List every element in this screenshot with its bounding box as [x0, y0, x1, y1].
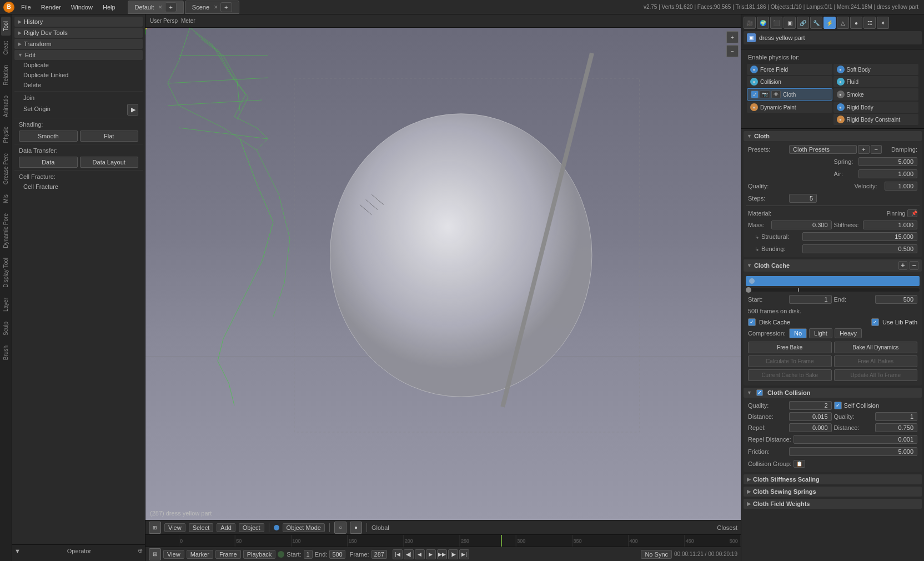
- menu-help[interactable]: Help: [98, 3, 120, 12]
- prop-tab-constraint[interactable]: 🔗: [797, 17, 809, 29]
- sidebar-transform-header[interactable]: ▶ Transform: [14, 39, 143, 49]
- prop-tab-object[interactable]: ▣: [784, 17, 796, 29]
- btn-flat[interactable]: Flat: [80, 131, 139, 142]
- pinning-btn[interactable]: 📌: [907, 209, 917, 217]
- physics-rigid-body-constraint[interactable]: ● Rigid Body Constraint: [833, 114, 919, 125]
- cloth-section-header[interactable]: ▼ Cloth: [744, 131, 922, 141]
- btn-data-layout[interactable]: Data Layout: [80, 157, 139, 168]
- prop-tab-scene[interactable]: 🌍: [757, 17, 769, 29]
- calculate-to-frame-btn[interactable]: Calculate To Frame: [748, 355, 832, 367]
- close-default-tab[interactable]: ✕: [158, 4, 163, 10]
- sidebar-history-header[interactable]: ▶ History: [14, 17, 143, 27]
- workspace-scene[interactable]: Scene ✕ +: [185, 1, 239, 14]
- bake-all-dynamics-btn[interactable]: Bake All Dynamics: [834, 342, 918, 353]
- pb-playback[interactable]: Playback: [243, 550, 276, 559]
- add-tab-btn[interactable]: +: [165, 2, 176, 12]
- pb-view[interactable]: View: [163, 550, 184, 559]
- bending-value[interactable]: 0.500: [802, 244, 917, 253]
- presets-value[interactable]: Cloth Presets: [789, 145, 857, 154]
- vert-tab-creat[interactable]: Creat: [1, 37, 11, 59]
- vert-tab-layer[interactable]: Layer: [1, 293, 11, 316]
- pb-next-frame[interactable]: ▶▶: [437, 549, 447, 559]
- compress-no[interactable]: No: [789, 328, 807, 338]
- prop-tab-particles[interactable]: ✦: [877, 17, 889, 29]
- vert-tab-grease[interactable]: Grease Perc: [1, 149, 11, 189]
- cloth-render-icon[interactable]: 📷: [760, 91, 770, 98]
- collision-group-btn[interactable]: 📋: [794, 460, 805, 468]
- prop-tab-physics[interactable]: ⚡: [823, 17, 836, 29]
- physics-rigid-body[interactable]: ● Rigid Body: [833, 102, 919, 113]
- physics-smoke[interactable]: ● Smoke: [833, 88, 919, 101]
- lib-path-check[interactable]: ✓: [871, 318, 879, 326]
- disk-cache-check[interactable]: ✓: [748, 318, 756, 326]
- add-scene-tab-btn[interactable]: +: [220, 2, 232, 12]
- mass-value[interactable]: 0.300: [771, 221, 832, 229]
- vert-tab-dynamic[interactable]: Dynamic Pore: [1, 209, 11, 253]
- cache-bar[interactable]: [746, 276, 920, 286]
- cloth-sewing-header[interactable]: ▶ Cloth Sewing Springs: [744, 487, 922, 497]
- sidebar-item-join[interactable]: Join: [14, 93, 143, 103]
- spring-value[interactable]: 5.000: [858, 157, 918, 166]
- pb-marker[interactable]: Marker: [187, 550, 213, 559]
- friction-value[interactable]: 5.000: [789, 447, 917, 456]
- set-origin-arrow[interactable]: ▶: [127, 104, 138, 116]
- mode-dot[interactable]: [274, 525, 279, 530]
- prop-tab-material[interactable]: ●: [850, 17, 862, 29]
- vp-zoom-in[interactable]: +: [726, 31, 739, 43]
- structural-value[interactable]: 15.000: [802, 232, 917, 241]
- vert-tab-physic[interactable]: Physic: [1, 122, 11, 147]
- menu-render[interactable]: Render: [37, 3, 66, 12]
- end-value[interactable]: 500: [875, 295, 918, 304]
- compress-light[interactable]: Light: [809, 328, 832, 338]
- prop-tab-texture[interactable]: ☷: [863, 17, 876, 29]
- vert-tab-tool[interactable]: Tool: [1, 17, 11, 36]
- sidebar-item-delete[interactable]: Delete: [14, 80, 143, 90]
- menu-window[interactable]: Window: [67, 3, 97, 12]
- sidebar-edit-header[interactable]: ▼ Edit: [14, 50, 143, 60]
- pb-frame-value[interactable]: 287: [371, 550, 387, 559]
- cloth-collision-header[interactable]: ▼ ✓ Cloth Collision: [744, 388, 922, 398]
- timeline-track[interactable]: 0 50 100 150 200 250 300: [179, 535, 741, 547]
- pb-frame[interactable]: Frame: [215, 550, 241, 559]
- viewport-area[interactable]: User Persp Meter: [145, 14, 741, 520]
- sidebar-item-duplicate-linked[interactable]: Duplicate Linked: [14, 70, 143, 80]
- start-value[interactable]: 1: [789, 295, 832, 304]
- operator-expand[interactable]: ⊕: [138, 547, 143, 554]
- cloth-check[interactable]: ✓: [751, 91, 759, 98]
- repel-distance-value[interactable]: 0.001: [794, 435, 917, 444]
- vert-tab-mis[interactable]: Mis: [1, 190, 11, 208]
- pb-jump-start[interactable]: |◀: [393, 549, 403, 559]
- physics-dynamic-paint[interactable]: ● Dynamic Paint: [747, 102, 832, 113]
- sc-quality-value[interactable]: 1: [875, 412, 918, 421]
- compress-heavy[interactable]: Heavy: [835, 328, 862, 338]
- sidebar-rigify-header[interactable]: ▶ Rigify Dev Tools: [14, 28, 143, 38]
- menu-file[interactable]: File: [17, 3, 36, 12]
- cache-remove-btn[interactable]: −: [910, 261, 918, 270]
- cache-thumb[interactable]: [746, 287, 751, 293]
- cache-add-btn[interactable]: +: [898, 261, 907, 270]
- workspace-default[interactable]: Default ✕ +: [128, 1, 184, 14]
- mode-btn[interactable]: Object Mode: [283, 523, 325, 532]
- sync-mode[interactable]: No Sync: [641, 550, 672, 559]
- prop-tab-data[interactable]: △: [837, 17, 849, 29]
- stiffness-value[interactable]: 1.000: [863, 221, 918, 229]
- physics-soft-body[interactable]: ● Soft Body: [833, 64, 919, 75]
- pb-end-value[interactable]: 500: [329, 550, 345, 559]
- vert-tab-brush[interactable]: Brush: [1, 341, 11, 364]
- select-btn[interactable]: Select: [189, 523, 214, 532]
- update-all-to-frame-btn[interactable]: Update All To Frame: [834, 369, 918, 381]
- btn-smooth[interactable]: Smooth: [19, 131, 78, 142]
- cloth-cache-header[interactable]: ▼ Cloth Cache + −: [744, 259, 922, 272]
- vert-tab-relation[interactable]: Relation: [1, 61, 11, 90]
- vert-tab-display[interactable]: Display Tool: [1, 253, 11, 292]
- presets-add[interactable]: +: [858, 145, 869, 154]
- cloth-field-header[interactable]: ▶ Cloth Field Weights: [744, 499, 922, 509]
- sidebar-item-duplicate[interactable]: Duplicate: [14, 60, 143, 70]
- sc-distance-value[interactable]: 0.750: [875, 423, 918, 432]
- prop-tab-render[interactable]: 🎥: [744, 17, 756, 29]
- shading-wire[interactable]: ○: [334, 522, 346, 534]
- pb-start-value[interactable]: 1: [304, 550, 313, 559]
- repel-value[interactable]: 0.000: [789, 423, 832, 432]
- physics-force-field[interactable]: ● Force Field: [747, 64, 832, 75]
- distance-value[interactable]: 0.015: [789, 412, 832, 421]
